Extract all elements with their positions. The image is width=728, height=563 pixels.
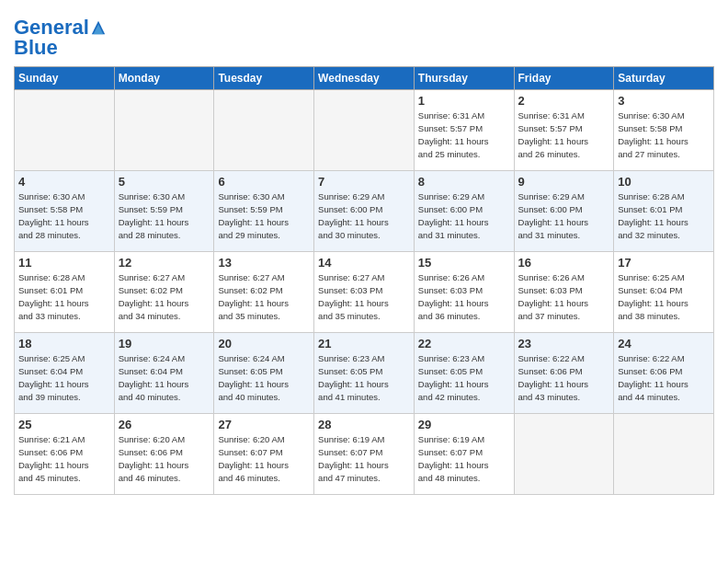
calendar-cell: 13Sunrise: 6:27 AM Sunset: 6:02 PM Dayli… [214, 252, 314, 333]
calendar-cell: 21Sunrise: 6:23 AM Sunset: 6:05 PM Dayli… [314, 333, 415, 414]
calendar-cell: 3Sunrise: 6:30 AM Sunset: 5:58 PM Daylig… [614, 90, 714, 171]
day-number: 25 [18, 418, 110, 431]
day-info: Sunrise: 6:22 AM Sunset: 6:06 PM Dayligh… [618, 352, 710, 403]
logo-blue-text: Blue [14, 37, 58, 59]
day-info: Sunrise: 6:30 AM Sunset: 5:58 PM Dayligh… [618, 109, 710, 160]
day-info: Sunrise: 6:22 AM Sunset: 6:06 PM Dayligh… [518, 352, 610, 403]
day-number: 14 [318, 256, 410, 270]
calendar-cell: 4Sunrise: 6:30 AM Sunset: 5:58 PM Daylig… [15, 171, 115, 252]
day-number: 16 [518, 256, 610, 270]
day-number: 20 [218, 337, 310, 350]
day-info: Sunrise: 6:20 AM Sunset: 6:06 PM Dayligh… [119, 433, 210, 484]
weekday-header: Saturday [614, 67, 714, 90]
day-info: Sunrise: 6:25 AM Sunset: 6:04 PM Dayligh… [18, 352, 110, 403]
day-info: Sunrise: 6:28 AM Sunset: 6:01 PM Dayligh… [618, 190, 710, 241]
calendar-cell: 20Sunrise: 6:24 AM Sunset: 6:05 PM Dayli… [214, 333, 314, 414]
logo: General Blue [14, 17, 107, 59]
calendar-week-row: 1Sunrise: 6:31 AM Sunset: 5:57 PM Daylig… [15, 90, 714, 171]
day-number: 15 [418, 256, 510, 270]
calendar-week-row: 4Sunrise: 6:30 AM Sunset: 5:58 PM Daylig… [15, 171, 714, 252]
day-number: 7 [318, 175, 410, 189]
calendar-table: SundayMondayTuesdayWednesdayThursdayFrid… [14, 66, 714, 495]
calendar-cell: 10Sunrise: 6:28 AM Sunset: 6:01 PM Dayli… [614, 171, 714, 252]
day-number: 29 [418, 418, 510, 431]
calendar-week-row: 25Sunrise: 6:21 AM Sunset: 6:06 PM Dayli… [15, 414, 714, 495]
day-info: Sunrise: 6:19 AM Sunset: 6:07 PM Dayligh… [318, 433, 410, 484]
calendar-cell: 15Sunrise: 6:26 AM Sunset: 6:03 PM Dayli… [414, 252, 514, 333]
day-number: 17 [618, 256, 710, 270]
day-info: Sunrise: 6:27 AM Sunset: 6:03 PM Dayligh… [318, 271, 410, 322]
calendar-cell [514, 414, 614, 495]
page-header: General Blue [14, 9, 714, 59]
weekday-header: Friday [514, 67, 614, 90]
day-info: Sunrise: 6:30 AM Sunset: 5:58 PM Dayligh… [18, 190, 110, 241]
calendar-cell: 8Sunrise: 6:29 AM Sunset: 6:00 PM Daylig… [414, 171, 514, 252]
day-info: Sunrise: 6:19 AM Sunset: 6:07 PM Dayligh… [418, 433, 510, 484]
calendar-cell: 16Sunrise: 6:26 AM Sunset: 6:03 PM Dayli… [514, 252, 614, 333]
day-info: Sunrise: 6:27 AM Sunset: 6:02 PM Dayligh… [119, 271, 210, 322]
calendar-cell: 19Sunrise: 6:24 AM Sunset: 6:04 PM Dayli… [114, 333, 214, 414]
calendar-cell: 17Sunrise: 6:25 AM Sunset: 6:04 PM Dayli… [614, 252, 714, 333]
day-info: Sunrise: 6:23 AM Sunset: 6:05 PM Dayligh… [318, 352, 410, 403]
day-info: Sunrise: 6:26 AM Sunset: 6:03 PM Dayligh… [518, 271, 610, 322]
day-info: Sunrise: 6:27 AM Sunset: 6:02 PM Dayligh… [218, 271, 310, 322]
day-number: 1 [418, 94, 510, 108]
calendar-week-row: 18Sunrise: 6:25 AM Sunset: 6:04 PM Dayli… [15, 333, 714, 414]
day-info: Sunrise: 6:31 AM Sunset: 5:57 PM Dayligh… [518, 109, 610, 160]
day-number: 11 [18, 256, 110, 270]
day-number: 6 [218, 175, 310, 189]
calendar-cell: 6Sunrise: 6:30 AM Sunset: 5:59 PM Daylig… [214, 171, 314, 252]
day-number: 8 [418, 175, 510, 189]
weekday-header: Monday [114, 67, 214, 90]
calendar-cell: 11Sunrise: 6:28 AM Sunset: 6:01 PM Dayli… [15, 252, 115, 333]
day-info: Sunrise: 6:29 AM Sunset: 6:00 PM Dayligh… [418, 190, 510, 241]
calendar-cell: 29Sunrise: 6:19 AM Sunset: 6:07 PM Dayli… [414, 414, 514, 495]
day-number: 3 [618, 94, 710, 108]
calendar-week-row: 11Sunrise: 6:28 AM Sunset: 6:01 PM Dayli… [15, 252, 714, 333]
calendar-cell: 26Sunrise: 6:20 AM Sunset: 6:06 PM Dayli… [114, 414, 214, 495]
calendar-cell [314, 90, 415, 171]
day-number: 19 [119, 337, 210, 350]
day-number: 4 [18, 175, 110, 189]
weekday-header: Tuesday [214, 67, 314, 90]
calendar-cell [15, 90, 115, 171]
calendar-cell: 22Sunrise: 6:23 AM Sunset: 6:05 PM Dayli… [414, 333, 514, 414]
calendar-cell: 7Sunrise: 6:29 AM Sunset: 6:00 PM Daylig… [314, 171, 415, 252]
calendar-cell: 24Sunrise: 6:22 AM Sunset: 6:06 PM Dayli… [614, 333, 714, 414]
calendar-cell: 18Sunrise: 6:25 AM Sunset: 6:04 PM Dayli… [15, 333, 115, 414]
weekday-header: Thursday [414, 67, 514, 90]
day-info: Sunrise: 6:23 AM Sunset: 6:05 PM Dayligh… [418, 352, 510, 403]
day-number: 28 [318, 418, 410, 431]
day-info: Sunrise: 6:25 AM Sunset: 6:04 PM Dayligh… [618, 271, 710, 322]
calendar-cell [214, 90, 314, 171]
day-number: 21 [318, 337, 410, 350]
logo-icon [90, 19, 107, 36]
calendar-cell: 25Sunrise: 6:21 AM Sunset: 6:06 PM Dayli… [15, 414, 115, 495]
weekday-header: Sunday [15, 67, 115, 90]
day-number: 12 [119, 256, 210, 270]
calendar-cell: 14Sunrise: 6:27 AM Sunset: 6:03 PM Dayli… [314, 252, 415, 333]
day-info: Sunrise: 6:26 AM Sunset: 6:03 PM Dayligh… [418, 271, 510, 322]
weekday-header: Wednesday [314, 67, 415, 90]
day-number: 2 [518, 94, 610, 108]
day-info: Sunrise: 6:29 AM Sunset: 6:00 PM Dayligh… [518, 190, 610, 241]
day-info: Sunrise: 6:29 AM Sunset: 6:00 PM Dayligh… [318, 190, 410, 241]
day-number: 27 [218, 418, 310, 431]
calendar-cell: 1Sunrise: 6:31 AM Sunset: 5:57 PM Daylig… [414, 90, 514, 171]
day-number: 5 [119, 175, 210, 189]
day-number: 26 [119, 418, 210, 431]
day-info: Sunrise: 6:21 AM Sunset: 6:06 PM Dayligh… [18, 433, 110, 484]
day-info: Sunrise: 6:28 AM Sunset: 6:01 PM Dayligh… [18, 271, 110, 322]
day-info: Sunrise: 6:31 AM Sunset: 5:57 PM Dayligh… [418, 109, 510, 160]
calendar-cell: 5Sunrise: 6:30 AM Sunset: 5:59 PM Daylig… [114, 171, 214, 252]
day-info: Sunrise: 6:24 AM Sunset: 6:05 PM Dayligh… [218, 352, 310, 403]
day-number: 22 [418, 337, 510, 350]
calendar-cell: 27Sunrise: 6:20 AM Sunset: 6:07 PM Dayli… [214, 414, 314, 495]
calendar-cell: 2Sunrise: 6:31 AM Sunset: 5:57 PM Daylig… [514, 90, 614, 171]
calendar-cell [114, 90, 214, 171]
day-number: 18 [18, 337, 110, 350]
day-number: 10 [618, 175, 710, 189]
day-info: Sunrise: 6:24 AM Sunset: 6:04 PM Dayligh… [119, 352, 210, 403]
weekday-header-row: SundayMondayTuesdayWednesdayThursdayFrid… [15, 67, 714, 90]
calendar-cell [614, 414, 714, 495]
